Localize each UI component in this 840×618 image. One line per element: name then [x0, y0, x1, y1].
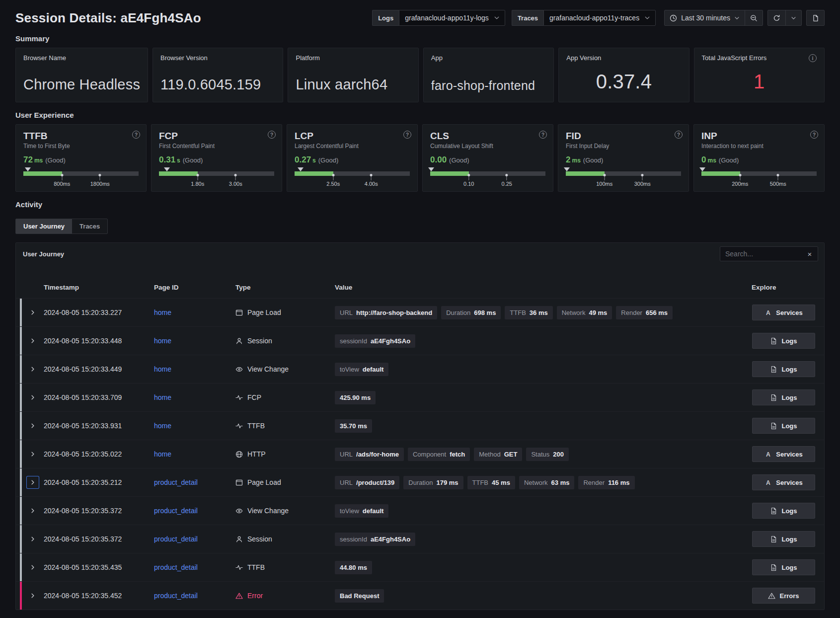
chip-label: URL: [340, 309, 353, 316]
row-type-label: Error: [247, 592, 263, 600]
logs-icon: [770, 394, 777, 401]
web-vital-card: FIDFirst Input Delay?2ms(Good)100ms300ms: [558, 124, 689, 192]
explore-button-label: Logs: [781, 337, 797, 345]
page-id-link[interactable]: home: [154, 309, 171, 316]
row-explore: Logs: [740, 559, 824, 575]
vital-rating: (Good): [45, 156, 65, 164]
help-icon[interactable]: ?: [268, 131, 276, 139]
svg-text:A: A: [766, 451, 770, 458]
page-id-link[interactable]: home: [154, 422, 171, 430]
table-row: 2024-08-05 15:20:33.448homeSessionsessio…: [16, 326, 824, 355]
page-id-link[interactable]: product_detail: [154, 592, 198, 600]
vital-threshold-tick: 500ms: [770, 174, 786, 187]
page-id-link[interactable]: product_detail: [154, 478, 198, 486]
vital-abbr: CLS: [430, 131, 545, 142]
page-id-link[interactable]: home: [154, 337, 171, 345]
row-timestamp: 2024-08-05 15:20:33.709: [44, 393, 154, 401]
vital-gauge: 100ms300ms: [566, 171, 681, 176]
expand-cell: [16, 335, 44, 347]
time-range-button[interactable]: Last 30 minutes: [665, 10, 745, 25]
row-values: URL/ads/for-homeComponentfetchMethodGETS…: [335, 448, 740, 461]
explore-logs-button[interactable]: Logs: [752, 418, 815, 434]
table-row: 2024-08-05 15:20:35.452product_detailErr…: [16, 581, 824, 610]
explore-logs-button[interactable]: Logs: [752, 559, 815, 575]
session-details-page: Session Details: aE4Fgh4SAo Logs grafana…: [0, 0, 840, 618]
refresh-interval-button[interactable]: [785, 10, 801, 25]
expand-row-button[interactable]: [27, 363, 39, 375]
vital-marker: [699, 167, 705, 171]
vital-name: Interaction to next paint: [701, 143, 817, 150]
value-chip: sessionIdaE4Fgh4SAo: [335, 533, 415, 546]
explore-logs-button[interactable]: Logs: [752, 361, 815, 377]
search-input[interactable]: [720, 246, 818, 261]
explore-logs-button[interactable]: Logs: [752, 531, 815, 547]
expand-row-button[interactable]: [27, 533, 39, 545]
page-id-link[interactable]: product_detail: [154, 535, 198, 543]
expand-row-button[interactable]: [27, 590, 39, 602]
explore-logs-button[interactable]: Logs: [752, 333, 815, 349]
logs-icon: [770, 422, 777, 430]
summary-card-header: Total JavaScript Errorsi: [702, 54, 817, 62]
value-chip: Duration179 ms: [403, 476, 463, 489]
browser-icon: [235, 309, 243, 316]
page-id-link[interactable]: product_detail: [154, 563, 198, 571]
tick-label: 200ms: [732, 181, 748, 187]
expand-row-button[interactable]: [27, 476, 39, 488]
table-row: 2024-08-05 15:20:33.449homeView Changeto…: [16, 355, 824, 383]
help-icon[interactable]: ?: [403, 131, 411, 139]
close-icon[interactable]: ×: [804, 248, 815, 259]
table-row: 2024-08-05 15:20:35.372product_detailVie…: [16, 496, 824, 525]
help-icon[interactable]: ?: [810, 131, 818, 139]
tick-label: 0.25: [502, 181, 512, 187]
tick-label: 2.50s: [326, 181, 340, 187]
explore-logs-button[interactable]: Logs: [752, 503, 815, 519]
value-chip: Bad Request: [335, 589, 384, 603]
vital-marker: [428, 167, 434, 171]
traces-datasource-select[interactable]: grafanacloud-appo11y-traces: [543, 10, 656, 26]
help-icon[interactable]: ?: [132, 131, 140, 139]
explore-services-button[interactable]: AServices: [752, 446, 815, 462]
chevron-right-icon: [30, 479, 36, 485]
vital-unit: ms: [707, 157, 716, 164]
expand-row-button[interactable]: [27, 448, 39, 460]
page-id-link[interactable]: home: [154, 393, 171, 401]
page-id-link[interactable]: product_detail: [154, 507, 198, 515]
tab-user-journey[interactable]: User Journey: [16, 219, 72, 233]
expand-row-button[interactable]: [27, 307, 39, 318]
tab-traces[interactable]: Traces: [72, 219, 107, 233]
help-icon[interactable]: ?: [675, 131, 683, 139]
value-chip: TTFB36 ms: [505, 306, 552, 319]
chip-value: fetch: [450, 451, 465, 458]
explore-errors-button[interactable]: Errors: [752, 588, 815, 604]
row-type: Page Load: [235, 478, 335, 486]
help-icon: ?: [403, 131, 411, 139]
row-explore: AServices: [740, 305, 824, 320]
help-icon[interactable]: ?: [539, 131, 547, 139]
logs-datasource-select[interactable]: grafanacloud-appo11y-logs: [399, 10, 505, 26]
row-type: HTTP: [235, 450, 335, 458]
row-type-label: Page Load: [247, 478, 281, 486]
value-chip: 35.70 ms: [335, 419, 372, 433]
chip-label: sessionId: [340, 536, 367, 543]
report-button[interactable]: [807, 10, 824, 25]
explore-button-label: Logs: [781, 422, 797, 430]
explore-logs-button[interactable]: Logs: [752, 389, 815, 405]
expand-row-button[interactable]: [27, 505, 39, 517]
expand-row-button[interactable]: [27, 561, 39, 573]
chip-label: Duration: [408, 479, 433, 486]
expand-cell: [16, 448, 44, 460]
zoom-out-button[interactable]: [745, 10, 763, 25]
report-controls: [806, 10, 825, 26]
explore-services-button[interactable]: AServices: [752, 305, 815, 320]
expand-row-button[interactable]: [27, 420, 39, 432]
chip-value: /product/139: [356, 479, 394, 486]
refresh-button[interactable]: [768, 10, 785, 25]
row-explore: Errors: [740, 588, 824, 604]
page-id-link[interactable]: home: [154, 450, 171, 458]
explore-services-button[interactable]: AServices: [752, 474, 815, 490]
page-id-link[interactable]: home: [154, 365, 171, 373]
expand-row-button[interactable]: [27, 335, 39, 347]
chevron-right-icon: [30, 564, 36, 570]
expand-row-button[interactable]: [27, 391, 39, 403]
summary-card-header: App Version: [566, 54, 681, 62]
